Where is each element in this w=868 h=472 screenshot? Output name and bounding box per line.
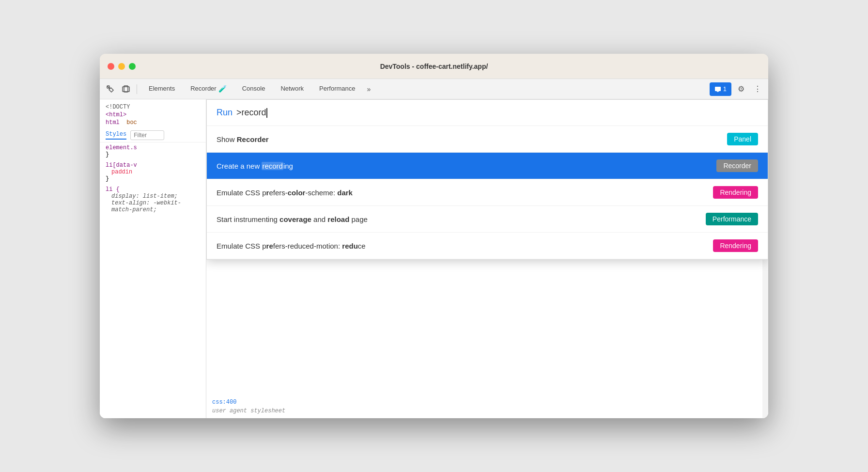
tab-network[interactable]: Network (273, 79, 311, 99)
command-badge-performance[interactable]: Performance (706, 213, 758, 225)
notifications-button[interactable]: 1 (710, 82, 731, 96)
inspector-icon[interactable] (104, 82, 117, 96)
tab-elements[interactable]: Elements (141, 79, 183, 99)
command-label-coverage: Start instrumenting coverage and reload … (217, 215, 368, 223)
titlebar: DevTools - coffee-cart.netlify.app/ (100, 54, 768, 79)
tab-performance[interactable]: Performance (311, 79, 363, 99)
text-cursor (266, 108, 267, 118)
code-panel: <!DOCTY <html> html boc Styles element.s… (100, 99, 206, 418)
styles-tab[interactable]: Styles (106, 131, 126, 140)
window-title: DevTools - coffee-cart.netlify.app/ (380, 63, 488, 70)
filter-input[interactable] (130, 130, 164, 140)
devtools-toolbar: Elements Recorder 🧪 Console Network Perf… (100, 79, 768, 99)
main-content: <!DOCTY <html> html boc Styles element.s… (100, 99, 768, 418)
command-palette: Run >record Show Recorder Panel Create a (206, 99, 768, 260)
command-item-coverage[interactable]: Start instrumenting coverage and reload … (207, 206, 768, 233)
more-options-button[interactable]: ⋮ (751, 82, 764, 96)
svg-rect-3 (715, 87, 721, 91)
command-run-label: Run (217, 108, 232, 118)
code-block-element: element.s } (100, 142, 206, 160)
toolbar-tabs: Elements Recorder 🧪 Console Network Perf… (141, 79, 708, 99)
minimize-button[interactable] (118, 63, 125, 70)
command-label-create-recording: Create a new recording (217, 162, 293, 170)
maximize-button[interactable] (129, 63, 136, 70)
more-tabs-button[interactable]: » (363, 82, 374, 96)
code-line-mixed: html boc (100, 119, 206, 126)
toggle-device-icon[interactable] (119, 82, 133, 96)
tab-console[interactable]: Console (234, 79, 273, 99)
devtools-body: Elements Recorder 🧪 Console Network Perf… (100, 79, 768, 418)
window-controls (108, 63, 136, 70)
code-line-html: <html> (100, 111, 206, 119)
right-panel: Run >record Show Recorder Panel Create a (206, 99, 768, 418)
command-badge-panel[interactable]: Panel (727, 133, 758, 145)
tab-recorder[interactable]: Recorder 🧪 (183, 79, 234, 99)
command-input[interactable]: >record (236, 108, 267, 118)
recorder-flask-icon: 🧪 (218, 85, 227, 93)
command-badge-rendering-dark[interactable]: Rendering (713, 186, 758, 199)
command-badge-recorder[interactable]: Recorder (716, 159, 758, 172)
command-item-create-recording[interactable]: Create a new recording Recorder (207, 153, 768, 179)
settings-button[interactable]: ⚙ (734, 82, 748, 96)
command-badge-rendering-motion[interactable]: Rendering (713, 239, 758, 252)
bottom-code-area: css:400 user agent stylesheet (206, 395, 762, 418)
devtools-window: DevTools - coffee-cart.netlify.app/ (100, 54, 768, 418)
toolbar-divider (137, 84, 137, 94)
command-item-emulate-dark[interactable]: Emulate CSS prefers-color-scheme: dark R… (207, 179, 768, 206)
code-block-li-data: li[data-v paddin } (100, 160, 206, 184)
command-label-emulate-motion: Emulate CSS prefers-reduced-motion: redu… (217, 242, 366, 250)
close-button[interactable] (108, 63, 114, 70)
code-line-doctype: <!DOCTY (100, 103, 206, 111)
command-item-show-recorder[interactable]: Show Recorder Panel (207, 126, 768, 153)
svg-rect-1 (123, 87, 129, 92)
code-block-li: li { display: list-item; text-align: -we… (100, 184, 206, 215)
command-label-show-recorder: Show Recorder (217, 135, 269, 143)
styles-bar: Styles (100, 128, 206, 142)
command-label-emulate-dark: Emulate CSS prefers-color-scheme: dark (217, 189, 353, 197)
command-search-bar[interactable]: Run >record (207, 100, 768, 126)
highlight-record: record (262, 162, 283, 170)
command-item-emulate-motion[interactable]: Emulate CSS prefers-reduced-motion: redu… (207, 233, 768, 259)
toolbar-right: 1 ⚙ ⋮ (710, 82, 764, 96)
